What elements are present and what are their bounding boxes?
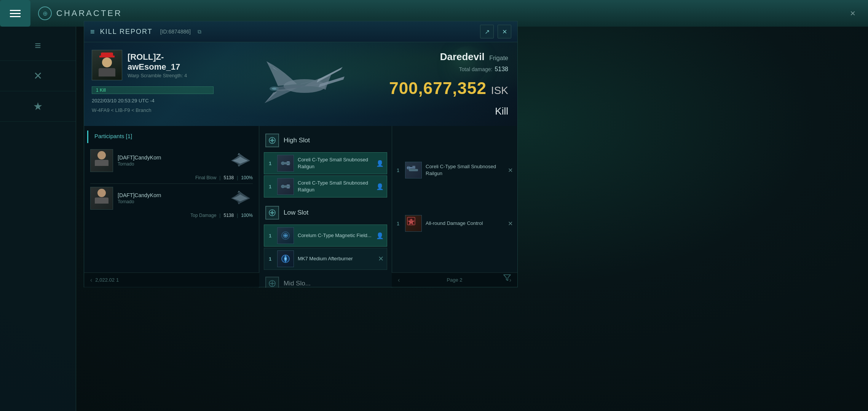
fitted-spacer-mid: [398, 182, 511, 212]
fitted-high-qty-1: 1: [397, 167, 401, 173]
magfield-icon: [280, 230, 291, 241]
low-slot-icon: [265, 206, 279, 220]
high-slot-qty-2: 1: [269, 184, 273, 190]
head-2: [97, 189, 106, 197]
figure-1: [95, 151, 108, 166]
hat-brim: [99, 56, 115, 57]
ship-name: Daredevil: [440, 51, 485, 62]
participant-info-2: [DAFT]CandyKorn Tornado: [118, 192, 223, 204]
participant-bottom-bar: ‹ 2,022.02 1: [84, 272, 259, 287]
avatar-hat: [101, 53, 113, 57]
filter-button[interactable]: [503, 273, 511, 284]
avatar-bg-2: [91, 187, 113, 209]
fitted-railgun-icon: [405, 162, 417, 174]
panel-title: KILL REPORT: [100, 28, 153, 36]
body-2: [95, 198, 108, 204]
panel-menu-icon[interactable]: ≡: [90, 27, 95, 36]
pilot-info: [ROLL]Z-awEsome_17 Warp Scramble Strengt…: [92, 50, 214, 80]
mid-slot-partial-label: Mid Slo...: [284, 280, 311, 287]
bottom-qty: 1: [116, 277, 119, 283]
participant-row-2[interactable]: [DAFT]CandyKorn Tornado: [84, 184, 259, 213]
mid-slot-header-partial: Mid Slo...: [259, 273, 392, 288]
pilot-text-info: [ROLL]Z-awEsome_17 Warp Scramble Strengt…: [128, 52, 214, 78]
participant-row[interactable]: [DAFT]CandyKorn Tornado: [84, 146, 259, 175]
body-1: [95, 160, 108, 166]
fitted-high-item-1[interactable]: 1 Coreli C-Type Small Snubnosed Railgun …: [392, 159, 517, 182]
avatar-bg-1: [91, 150, 113, 172]
avatar-figure: [99, 53, 115, 76]
low-slot-item-1[interactable]: 1 Corelum C-Type Magnetic Field... 👤: [264, 225, 387, 247]
fitted-high-close-1[interactable]: ✕: [508, 167, 513, 174]
left-sidebar: ≡ ✕ ★: [0, 27, 76, 411]
svg-point-2: [272, 88, 276, 90]
low-slot-item-2[interactable]: 1 MK7 Medium Afterburner ✕: [264, 248, 387, 270]
combat-icon: ✕: [34, 70, 42, 82]
fitted-high-icon-1: [405, 162, 422, 178]
afterburner-icon: [280, 253, 291, 264]
figure-2: [95, 189, 108, 204]
svg-rect-22: [412, 169, 415, 170]
close-button[interactable]: ✕: [498, 25, 511, 38]
svg-rect-10: [287, 185, 290, 185]
panel-id: [ID:6874886]: [160, 29, 191, 35]
fitted-low-close-1[interactable]: ✕: [508, 220, 513, 227]
fitted-high-spacer: [392, 130, 517, 159]
sidebar-item-combat[interactable]: ✕: [0, 61, 76, 91]
svg-rect-5: [281, 162, 290, 164]
high-slot-name-2: Coreli C-Type Small Snubnosed Railgun: [298, 180, 382, 193]
separator-3: |: [219, 213, 220, 218]
damage-control-icon: [405, 215, 417, 227]
hamburger-button[interactable]: [0, 0, 30, 27]
isk-unit: ISK: [491, 84, 508, 97]
low-slot-close-2[interactable]: ✕: [378, 255, 384, 263]
railgun-icon: [280, 158, 291, 169]
participant-info-1: [DAFT]CandyKorn Tornado: [118, 155, 223, 167]
nav-left-icon[interactable]: ‹: [90, 277, 92, 284]
export-button[interactable]: ↗: [480, 25, 494, 38]
copy-icon[interactable]: ⧉: [198, 29, 201, 35]
separator-2: |: [237, 175, 238, 180]
high-slot-label: High Slot: [284, 137, 310, 144]
low-slot-name-1: Corelum C-Type Magnetic Field...: [298, 232, 382, 239]
total-damage-label: Total damage:: [459, 66, 492, 72]
low-slot-qty-2: 1: [269, 256, 273, 262]
hamburger-icon: [10, 10, 21, 17]
damage-value-2: 5138: [223, 213, 234, 218]
high-slot-svg-icon: [268, 137, 276, 144]
high-slot-name-1: Coreli C-Type Small Snubnosed Railgun: [298, 156, 382, 170]
svg-rect-7: [287, 164, 290, 165]
svg-rect-6: [287, 161, 290, 162]
low-slot-header: Low Slot: [259, 202, 392, 223]
sidebar-item-menu[interactable]: ≡: [0, 30, 76, 61]
participant-ship-icon-1: [228, 152, 253, 169]
total-damage-value: 5138: [495, 66, 508, 73]
kill-report-panel: ≡ KILL REPORT [ID:6874886] ⧉ ↗ ✕: [84, 21, 518, 287]
head-1: [97, 151, 106, 159]
participants-header: Participants [1]: [87, 131, 259, 143]
sidebar-item-star[interactable]: ★: [0, 91, 76, 122]
top-close-button[interactable]: ×: [845, 6, 860, 21]
fitted-low-icon-1: [405, 215, 422, 232]
fitted-low-name-1: All-round Damage Control: [426, 220, 504, 227]
fitted-nav-left[interactable]: ‹: [398, 277, 400, 284]
kill-type: Kill: [495, 105, 508, 117]
pilot-avatar: [92, 50, 122, 80]
avatar-body: [99, 68, 115, 76]
ship-class: Frigate: [489, 55, 508, 61]
high-slot-item-2[interactable]: 1 Coreli C-Type Small Snubnosed Railgun …: [264, 175, 387, 198]
export-icon: ↗: [485, 28, 490, 35]
separator-4: |: [237, 213, 238, 218]
svg-rect-20: [407, 167, 415, 169]
hero-left: [ROLL]Z-awEsome_17 Warp Scramble Strengt…: [84, 42, 221, 126]
damage-value-1: 5138: [223, 175, 234, 180]
bottom-value: 2,022.02: [95, 277, 115, 283]
menu-icon: ≡: [35, 40, 41, 52]
character-title: ⊕ CHARACTER: [38, 6, 122, 20]
fitted-low-item-1[interactable]: 1 All-round Damage Control ✕: [392, 212, 517, 235]
pilot-avatar-image: [92, 50, 122, 80]
avatar-head: [102, 57, 112, 67]
ship-image: [244, 46, 365, 122]
high-slot-item-1[interactable]: 1 Coreli C-Type Small Snubnosed Railgun …: [264, 152, 387, 174]
svg-rect-11: [287, 188, 290, 188]
mid-slot-icon: [265, 277, 279, 288]
